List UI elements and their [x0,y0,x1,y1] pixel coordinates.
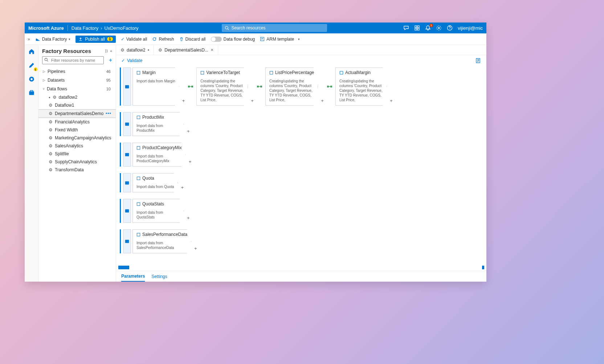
data-factory-dropdown[interactable]: Data Factory ▾ [35,37,71,42]
tree-item-dataflow[interactable]: ⚙DepartmentalSalesDemo••• [38,109,116,118]
pin-icon[interactable]: ⟩⟩ [105,49,108,53]
flow-row: QuotaImport data from Quota+ [118,173,484,192]
tree-item-dataflow[interactable]: ⚙Splitfile [38,150,116,158]
add-step-button[interactable]: + [185,128,191,135]
monitor-icon[interactable] [26,74,37,84]
add-step-button[interactable]: + [181,98,187,104]
tree-item-dataflow[interactable]: ⚙TransformData [38,166,116,174]
source-icon[interactable] [123,143,131,167]
row-handle[interactable] [118,199,122,223]
source-icon[interactable] [123,173,131,192]
add-step-button[interactable]: + [249,98,255,104]
flow-node[interactable]: QuotaStatsImport data from QuotaStats [132,199,184,223]
node-type-icon [136,146,140,150]
dataflow-canvas[interactable]: MarginImport data from Margin+VarienceTo… [116,66,486,266]
resource-tree: ▷Pipelines 46 ▷Datasets 95 ▿Data flows 1… [38,66,116,282]
breadcrumb-factory-name[interactable]: UxDemoFactory [105,25,139,31]
svg-rect-18 [191,86,193,87]
add-step-button[interactable]: + [388,98,394,104]
tab-departmental-sales[interactable]: ⚙ DepartmentalSalesD... ✕ [154,45,218,55]
svg-rect-31 [137,177,140,180]
tab-parameters[interactable]: Parameters [121,271,145,282]
feedback-icon[interactable] [403,25,409,31]
azure-brand[interactable]: Microsoft Azure [28,25,64,31]
svg-rect-21 [260,86,262,87]
author-icon[interactable]: 1 [26,60,37,70]
source-icon[interactable] [123,199,131,223]
debug-toggle[interactable]: Data flow debug [211,37,255,42]
flow-node[interactable]: ListPricePercentageCreating/updating the… [265,68,318,106]
tree-group-pipelines[interactable]: ▷Pipelines 46 [38,67,116,76]
help-icon[interactable] [447,25,453,31]
template-icon [260,37,265,41]
node-description: Import data from Quota [136,184,174,189]
flow-node[interactable]: QuotaImport data from Quota [132,173,178,192]
home-icon[interactable] [26,46,37,57]
add-step-button[interactable]: + [319,98,325,104]
more-actions-icon[interactable]: ••• [106,111,111,116]
azure-top-bar: Microsoft Azure Data Factory › UxDemoFac… [25,23,486,33]
source-icon[interactable] [123,68,131,106]
tree-item-dataflow[interactable]: ●⚙dataflow2 [38,93,116,101]
close-tab-icon[interactable]: ✕ [211,48,213,52]
source-icon[interactable] [123,229,131,253]
add-step-button[interactable]: + [193,246,199,252]
validate-all-button[interactable]: ✓ Validate all [121,37,147,42]
refresh-button[interactable]: Refresh [152,37,174,42]
tree-item-dataflow[interactable]: ⚙Fixed Width [38,126,116,134]
tab-settings[interactable]: Settings [151,272,167,281]
arm-template-dropdown[interactable]: ARM template ▾ [260,37,300,42]
directory-icon[interactable] [414,25,420,31]
svg-rect-17 [188,86,190,87]
row-handle[interactable] [118,112,122,136]
settings-icon[interactable] [436,25,442,31]
search-input[interactable]: Search resources [222,24,327,32]
add-resource-button[interactable]: + [109,57,112,64]
tree-item-dataflow[interactable]: ⚙FinancialAnalytics [38,118,116,126]
filter-input[interactable] [42,56,104,64]
tree-group-dataflows[interactable]: ▿Data flows 10 [38,85,116,93]
user-label[interactable]: vijienji@mic [458,25,483,31]
add-step-button[interactable]: + [179,185,185,191]
flow-row: MarginImport data from Margin+VarienceTo… [118,68,484,106]
canvas-toolbar: ✓ Validate [116,55,486,66]
tree-group-datasets[interactable]: ▷Datasets 95 [38,76,116,85]
dataflow-name: DepartmentalSalesDemo [55,111,103,116]
add-step-button[interactable]: + [187,159,193,165]
flow-node[interactable]: MarginImport data from Margin [132,68,179,106]
tree-item-dataflow[interactable]: ⚙MarketingCampaignAnalytics [38,134,116,142]
resources-title: Factory Resources [42,48,91,54]
script-icon[interactable] [476,58,481,64]
flow-node[interactable]: ProductMixImport data from ProductMix [132,112,184,136]
flow-node[interactable]: VarienceToTargetCreating/updating the co… [196,68,248,106]
flow-node[interactable]: SalesPerformanceDataImport data from Sal… [132,229,191,253]
tree-item-dataflow[interactable]: ⚙SupplyChainAnalytics [38,158,116,166]
validate-button[interactable]: Validate [127,58,142,63]
node-type-icon [136,233,140,237]
tab-dataflow2[interactable]: ⚙ dataflow2 ● [116,45,154,55]
row-handle[interactable] [118,143,122,167]
source-icon[interactable] [123,112,131,136]
expand-rail-icon[interactable]: » [28,37,30,42]
dataflow-icon: ⚙ [53,95,57,100]
svg-rect-28 [125,153,129,156]
row-handle[interactable] [118,229,122,253]
flow-node[interactable]: ActualMarginCreating/updating the column… [335,68,387,106]
dataflow-name: SalesAnalytics [55,143,83,148]
add-step-button[interactable]: + [185,215,191,221]
flow-node[interactable]: ProductCategoryMixImport data from Produ… [132,143,186,167]
notifications-icon[interactable]: 1 [425,25,431,31]
manage-icon[interactable] [26,88,37,98]
tree-item-dataflow[interactable]: ⚙Dataflow1 [38,101,116,109]
row-handle[interactable] [118,68,122,106]
node-type-icon [136,71,140,75]
publish-all-button[interactable]: Publish all 1 [76,36,115,43]
node-description: Import data from QuotaStats [136,210,180,220]
collapse-panel-icon[interactable]: « [110,49,112,53]
discard-all-button[interactable]: Discard all [179,37,206,42]
toggle-switch[interactable] [211,37,222,42]
svg-rect-25 [340,71,343,74]
breadcrumb-data-factory[interactable]: Data Factory [72,25,98,31]
tree-item-dataflow[interactable]: ⚙SalesAnalytics [38,142,116,150]
row-handle[interactable] [118,173,122,192]
